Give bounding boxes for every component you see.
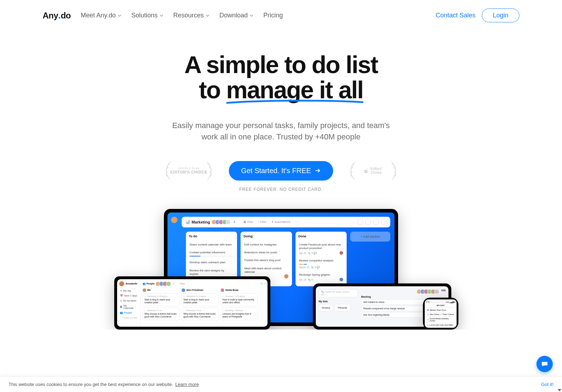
task-card: Share content calendar with team	[189, 241, 234, 249]
task-card: Develop sales outreach plan	[189, 259, 234, 266]
chevron-down-icon	[118, 14, 121, 17]
automations-control: ✦ Automations	[271, 220, 290, 223]
chevron-down-icon	[206, 14, 209, 17]
apple-icon	[364, 168, 369, 173]
chevron-down-icon	[250, 14, 253, 17]
side-alltasks: ☑ All my tasks	[119, 298, 138, 303]
phone-task: Lunch with Cyan and Miller	[426, 323, 455, 327]
laurel-right-icon	[389, 161, 398, 180]
nav-label: Meet Any.do	[81, 12, 116, 19]
task-card: Brainstorm ideas for posts	[243, 249, 289, 256]
side-myday: ☀ My day	[119, 288, 138, 293]
device-mockups: 📊 Marketing + ▦ View ⫶ Filter ✦ Automati…	[93, 209, 469, 330]
phone-task: Alex Green — Team Culture	[426, 313, 455, 316]
main-nav: Meet Any.do Solutions Resources Download…	[81, 12, 283, 19]
nav-meet[interactable]: Meet Any.do	[81, 12, 121, 19]
nav-label: Solutions	[131, 12, 158, 19]
board-title: 📊 Marketing	[185, 220, 210, 224]
mockup-avatar	[171, 217, 177, 223]
phone-task: Q4 Planning	[426, 327, 455, 328]
more-icon: ⋯	[296, 220, 298, 223]
hero-section: A simple to do list to manage it all Eas…	[0, 31, 562, 192]
mockup-laptop-people: Annabelle ☀ My day 📅 Next 7 days ☑ All m…	[114, 276, 270, 330]
chevron-down-icon	[160, 14, 163, 17]
cta-note: FREE FOREVER. NO CREDIT CARD.	[7, 187, 555, 192]
tablet-left: 🔍 Search for tasks, events, etc... My li…	[319, 289, 358, 324]
bell-icon	[365, 219, 371, 225]
cta-row: GOOGLE PLAY EDITOR'S CHOICE Get Started.…	[7, 161, 555, 181]
apple-editors-badge: Editors' Choice	[350, 161, 396, 180]
side-calendar: ▦ My Calendar	[119, 303, 138, 310]
task-card: Redesign Spring graphicApr 23 📎 ⎘	[298, 271, 344, 283]
mockup-topbar: 📊 Marketing + ▦ View ⫶ Filter ✦ Automati…	[182, 217, 390, 227]
people-col: Me ⌂ · Marketing | In ProgressStart a bl…	[143, 288, 180, 322]
contact-sales-link[interactable]: Contact Sales	[436, 12, 475, 19]
add-section: + Add section	[350, 232, 390, 242]
mockup-sidebar: Annabelle ☀ My day 📅 Next 7 days ☑ All m…	[117, 279, 140, 327]
hero-subhead: Easily manage your personal tasks, famil…	[167, 120, 395, 143]
expand-icon	[373, 219, 379, 225]
sidebar-username: Annabelle	[126, 282, 137, 285]
task-card: Publish this week's blog post	[243, 256, 289, 264]
logo-text-post: do	[61, 11, 71, 21]
nav-resources[interactable]: Resources	[173, 12, 209, 19]
logo-text-pre: Any	[43, 11, 58, 21]
list-chip: Personal	[335, 304, 350, 311]
mockup-phone: 9:41●●● ▂▄▆ ▮ MY DAY Weekly Team Sync Al…	[423, 298, 458, 330]
google-play-badge: GOOGLE PLAY EDITOR'S CHOICE	[166, 161, 212, 180]
phone-task: Social Media biweekly review	[426, 317, 455, 322]
people-col: Alex Friedman ⌂ · Marketing | In Progres…	[182, 288, 219, 322]
search-icon	[381, 219, 387, 225]
phone-header: MY DAY	[426, 304, 455, 307]
view-control: ▦ View	[243, 220, 253, 223]
nav-pricing[interactable]: Pricing	[263, 12, 283, 19]
phone-status-icons: ●●● ▂▄▆ ▮	[446, 301, 455, 303]
people-title: People	[147, 282, 155, 285]
badge-top: GOOGLE PLAY	[170, 167, 208, 170]
col-header: Done	[298, 234, 344, 238]
underline-icon	[226, 99, 363, 104]
mylists-label: My lists	[319, 300, 358, 303]
phone-task: Weekly Team Sync	[426, 308, 455, 312]
nav-solutions[interactable]: Solutions	[131, 12, 163, 19]
task-card: Create Facebook post about new product p…	[298, 241, 344, 257]
site-header: Any.do Meet Any.do Solutions Resources D…	[0, 0, 562, 31]
header-actions: Contact Sales Login	[436, 9, 519, 22]
col-header: Doing	[243, 234, 289, 238]
logo[interactable]: Any.do	[43, 11, 71, 21]
hero-line2-pre: to	[199, 76, 226, 103]
hero-headline: A simple to do list to manage it all	[7, 52, 555, 103]
team-name: iOS	[441, 289, 446, 294]
login-button[interactable]: Login	[482, 9, 519, 22]
add-member-icon: +	[233, 220, 236, 224]
list-chip: Grocery	[319, 304, 333, 311]
people-col: Stella Boaz ⌂ · Summary · In ProgressHow…	[221, 288, 258, 322]
nav-label: Resources	[173, 12, 204, 19]
sync-icon	[358, 219, 363, 225]
laurel-right-icon	[205, 161, 214, 180]
badge-bottom: Choice	[370, 171, 382, 175]
cta-label: Get Started. It's FREE	[241, 167, 311, 175]
laurel-left-icon	[164, 161, 173, 180]
side-create-view: + Create a view	[119, 315, 138, 320]
laurel-left-icon	[348, 161, 357, 180]
filter-label: Filter	[180, 282, 185, 285]
task-card: Review competitor analysisMarch 12 📎 ⎘ 💬	[298, 257, 344, 271]
mockup-people-main: 👥 People + Filter ⟲ ⤢ Me ⌂ · Marketing |…	[140, 279, 268, 327]
badge-top: Editors'	[370, 167, 382, 171]
phone-time: 9:41	[426, 301, 430, 303]
get-started-button[interactable]: Get Started. It's FREE	[229, 161, 333, 181]
hero-line1: A simple to do list	[184, 51, 378, 78]
side-next7: 📅 Next 7 days	[119, 293, 138, 298]
badge-main: EDITOR'S CHOICE	[170, 170, 208, 174]
tablet-search: 🔍 Search for tasks, events, etc...	[319, 289, 358, 297]
col-header: To do	[189, 234, 234, 238]
nav-label: Download	[219, 12, 248, 19]
avatar-stack	[213, 220, 231, 225]
arrow-right-icon	[315, 167, 321, 174]
col-done: Done Create Facebook post about new prod…	[296, 232, 347, 287]
toolbar-right	[358, 219, 387, 225]
task-card: Contact potential influencers	[189, 249, 234, 259]
nav-download[interactable]: Download	[219, 12, 253, 19]
toolbar-mid: ▦ View ⫶ Filter ✦ Automations ⋯	[243, 220, 298, 223]
